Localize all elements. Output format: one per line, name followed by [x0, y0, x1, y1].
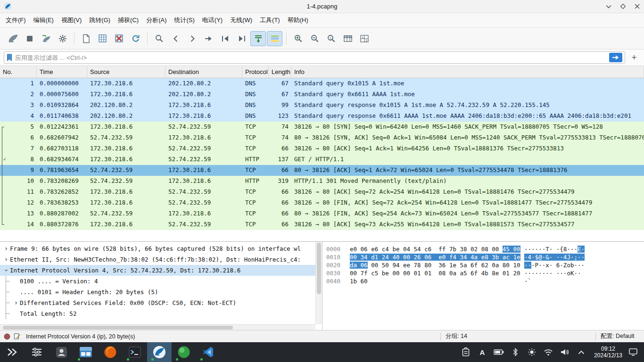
firefox-taskbar-button[interactable] — [98, 342, 123, 362]
expert-info-icon[interactable] — [4, 333, 10, 340]
filter-text-input[interactable] — [15, 54, 607, 61]
packet-row[interactable]: 100.78320826952.74.232.59172.30.218.6HTT… — [0, 176, 644, 187]
zoom-reset-button[interactable]: 1 — [323, 31, 339, 46]
expander-icon[interactable]: › — [2, 254, 10, 265]
code-editor-taskbar-button[interactable] — [196, 342, 221, 362]
first-packet-button[interactable] — [217, 31, 233, 46]
close-file-button[interactable] — [111, 31, 127, 46]
go-back-button[interactable] — [168, 31, 183, 46]
packet-row[interactable]: 20.000075600172.30.218.6202.120.80.2DNS6… — [0, 89, 644, 100]
open-file-button[interactable] — [78, 31, 94, 46]
hex-row[interactable]: 00401b 60·` — [326, 277, 644, 285]
brightness-tray-icon[interactable] — [527, 347, 537, 357]
column-header-info[interactable]: Info — [291, 66, 644, 78]
menu-item-0[interactable]: 文件(F) — [2, 14, 30, 27]
minimize-button[interactable] — [602, 0, 616, 13]
zoom-out-button[interactable] — [307, 31, 322, 46]
task-view-taskbar-button[interactable] — [25, 342, 49, 362]
filter-bookmark-icon[interactable] — [7, 54, 12, 61]
menu-item-6[interactable]: 统计(S) — [170, 14, 198, 27]
go-to-packet-button[interactable] — [201, 31, 216, 46]
status-profile[interactable]: 配置: Default — [596, 332, 644, 340]
hex-row[interactable]: 001000 34 d1 24 40 00 26 06 e0 f4 34 4a … — [326, 253, 644, 261]
capture-start-button[interactable] — [5, 31, 21, 46]
reload-button[interactable] — [128, 31, 143, 46]
packet-row[interactable]: 110.783262852172.30.218.652.74.232.59TCP… — [0, 187, 644, 197]
battery-tray-icon[interactable] — [494, 347, 504, 357]
toggle-columns-button[interactable]: 12 — [356, 31, 372, 46]
hex-row[interactable]: 003000 7f c5 be 00 00 01 01 08 0a a5 6f … — [326, 269, 644, 277]
zoom-in-button[interactable] — [290, 31, 306, 46]
find-packet-button[interactable] — [151, 31, 167, 46]
detail-row[interactable]: ›Differentiated Services Field: 0x00 (DS… — [0, 297, 315, 308]
detail-row[interactable]: ›Internet Protocol Version 4, Src: 52.74… — [0, 265, 315, 276]
bluetooth-tray-icon[interactable] — [510, 347, 520, 357]
packet-row[interactable]: 30.010932864202.120.80.2172.30.218.6DNS9… — [0, 100, 644, 111]
file-manager-taskbar-button[interactable] — [74, 342, 98, 362]
resize-columns-button[interactable] — [340, 31, 355, 46]
column-header-destination[interactable]: Destination — [165, 66, 242, 78]
menu-item-1[interactable]: 编辑(E) — [30, 14, 58, 27]
menu-item-9[interactable]: 工具(T) — [256, 14, 284, 27]
display-filter-field[interactable] — [4, 51, 625, 64]
packet-row[interactable]: 50.012242361172.30.218.652.74.232.59TCP7… — [0, 122, 644, 132]
packet-row[interactable]: 60.68260794252.74.232.59172.30.218.6TCP7… — [0, 132, 644, 143]
detail-row[interactable]: 0100 .... = Version: 4 — [0, 276, 315, 287]
column-header-no[interactable]: No. — [0, 66, 37, 78]
menu-item-2[interactable]: 视图(V) — [58, 14, 85, 27]
last-packet-button[interactable] — [234, 31, 249, 46]
auto-scroll-button[interactable] — [250, 31, 266, 46]
input-method-tray-icon[interactable]: A — [477, 347, 487, 357]
filter-add-button[interactable]: + — [628, 52, 640, 63]
close-button[interactable] — [630, 0, 644, 13]
details-horizontal-scrollbar[interactable] — [0, 324, 315, 330]
packet-row[interactable]: 70.682703118172.30.218.652.74.232.59TCP6… — [0, 143, 644, 154]
menu-item-3[interactable]: 跳转(G) — [85, 14, 114, 27]
menu-item-8[interactable]: 无线(W) — [226, 14, 256, 27]
capture-stop-button[interactable] — [22, 31, 37, 46]
packet-row[interactable]: 140.880372876172.30.218.652.74.232.59TCP… — [0, 219, 644, 230]
capture-comment-icon[interactable] — [14, 333, 21, 340]
wireshark-taskbar-button[interactable] — [147, 342, 172, 362]
column-header-length[interactable]: Length — [269, 66, 291, 78]
detail-row[interactable]: .... 0101 = Header Length: 20 bytes (5) — [0, 287, 315, 297]
menu-item-5[interactable]: 分析(A) — [142, 14, 170, 27]
column-header-time[interactable]: Time — [37, 66, 87, 78]
hex-row[interactable]: 0020da 06 00 50 94 ee 78 80 36 1e 5a 6f … — [326, 261, 644, 269]
screen-tool-tray-icon[interactable] — [628, 347, 638, 357]
menu-item-4[interactable]: 捕获(C) — [114, 14, 142, 27]
show-apps-taskbar-button[interactable] — [0, 342, 25, 362]
expander-icon[interactable]: › — [2, 243, 10, 254]
maximize-button[interactable] — [616, 0, 630, 13]
go-forward-button[interactable] — [184, 31, 200, 46]
expander-icon[interactable]: › — [12, 297, 20, 308]
packet-row[interactable]: 40.011740638202.120.80.2172.30.218.6DNS1… — [0, 111, 644, 122]
scrollbar-thumb[interactable] — [3, 326, 233, 329]
scrollbar-thumb[interactable] — [317, 243, 321, 294]
taskbar-clock[interactable]: 09:12 2024/12/13 — [594, 346, 622, 359]
capture-restart-button[interactable] — [38, 31, 54, 46]
menu-item-7[interactable]: 电话(Y) — [198, 14, 226, 27]
expand-tray-tray-icon[interactable] — [576, 347, 586, 357]
security-app-taskbar-button[interactable] — [172, 342, 196, 362]
packet-row[interactable]: 130.88028700252.74.232.59172.30.218.6TCP… — [0, 208, 644, 219]
packet-row[interactable]: 90.78196365452.74.232.59172.30.218.6TCP6… — [0, 165, 644, 176]
packet-row[interactable]: 80.682934674172.30.218.652.74.232.59HTTP… — [0, 154, 644, 165]
packet-row[interactable]: 120.783638253172.30.218.652.74.232.59TCP… — [0, 197, 644, 208]
menu-item-10[interactable]: 帮助(H) — [284, 14, 312, 27]
packet-row[interactable]: 10.000000000172.30.218.6202.120.80.2DNS6… — [0, 78, 644, 89]
detail-row[interactable]: Total Length: 52 — [0, 308, 315, 319]
capture-options-button[interactable] — [55, 31, 70, 46]
column-header-protocol[interactable]: Protocol — [242, 66, 269, 78]
hex-row[interactable]: 0000e0 06 e6 c4 be 04 54 c6 ff 7b 38 02 … — [326, 245, 644, 253]
expander-icon[interactable]: › — [1, 267, 12, 274]
details-vertical-scrollbar[interactable] — [315, 242, 322, 324]
colorize-button[interactable] — [267, 31, 282, 46]
terminal-taskbar-button[interactable] — [123, 342, 147, 362]
save-file-button[interactable] — [95, 31, 110, 46]
wifi-tray-icon[interactable] — [543, 347, 553, 357]
column-header-source[interactable]: Source — [87, 66, 165, 78]
volume-tray-icon[interactable] — [560, 347, 570, 357]
filter-apply-button[interactable] — [609, 53, 622, 62]
clipboard-tray-icon[interactable] — [461, 347, 471, 357]
